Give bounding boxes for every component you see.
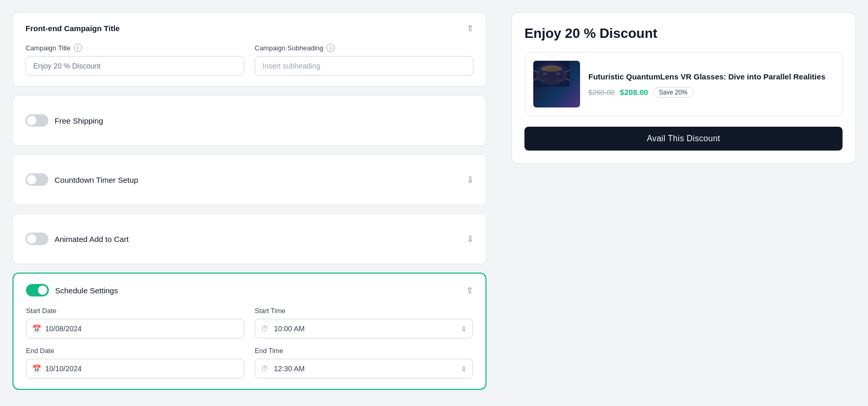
preview-title: Enjoy 20 % Discount xyxy=(524,25,843,42)
clock-icon-start: ⏱ xyxy=(261,324,268,333)
countdown-timer-row: Countdown Timer Setup ⇩ xyxy=(25,165,474,194)
calendar-icon: 📅 xyxy=(32,324,41,333)
animated-cart-toggle[interactable] xyxy=(25,233,48,245)
countdown-timer-left: Countdown Timer Setup xyxy=(25,173,138,186)
svg-point-7 xyxy=(541,65,562,72)
schedule-settings-slider xyxy=(26,284,49,296)
animated-cart-card: Animated Add to Cart ⇩ xyxy=(12,213,486,264)
avail-discount-button[interactable]: Avail This Discount xyxy=(524,127,843,151)
campaign-title-label: Campaign Title i xyxy=(25,44,244,52)
animated-cart-left: Animated Add to Cart xyxy=(25,233,129,245)
start-date-input[interactable] xyxy=(26,319,244,339)
svg-point-6 xyxy=(556,72,560,75)
countdown-timer-expand-icon[interactable]: ⇩ xyxy=(467,175,474,185)
end-time-group: End Time ⏱ 12:30 AM 01:00 AM 02:00 AM ⇩ xyxy=(255,347,473,378)
free-shipping-row: Free Shipping xyxy=(25,106,474,135)
free-shipping-card: Free Shipping xyxy=(12,95,486,146)
price-discounted: $208.00 xyxy=(620,88,648,97)
animated-cart-slider xyxy=(25,233,48,245)
countdown-timer-label: Countdown Timer Setup xyxy=(55,175,138,184)
animated-cart-label: Animated Add to Cart xyxy=(55,235,129,243)
schedule-settings-header: Schedule Settings ⇧ xyxy=(26,284,473,296)
campaign-title-group: Campaign Title i xyxy=(25,44,244,76)
free-shipping-left: Free Shipping xyxy=(25,114,103,127)
start-time-select[interactable]: 10:00 AM 11:00 AM 12:00 PM xyxy=(255,319,473,339)
campaign-form-row: Campaign Title i Campaign Subheading i xyxy=(25,44,474,76)
animated-cart-expand-icon[interactable]: ⇩ xyxy=(467,234,474,244)
campaign-collapse-icon[interactable]: ⇧ xyxy=(467,23,474,33)
campaign-title-info-icon[interactable]: i xyxy=(74,44,82,52)
start-date-group: Start Date 📅 xyxy=(26,307,244,339)
product-image xyxy=(533,61,580,107)
product-name: Futuristic QuantumLens VR Glasses: Dive … xyxy=(588,71,834,82)
campaign-subheading-label: Campaign Subheading i xyxy=(255,44,474,52)
schedule-settings-toggle[interactable] xyxy=(26,284,49,296)
start-time-input-wrapper: ⏱ 10:00 AM 11:00 AM 12:00 PM ⇩ xyxy=(255,319,473,339)
start-time-label: Start Time xyxy=(255,307,473,315)
end-time-label: End Time xyxy=(255,347,473,355)
end-time-select[interactable]: 12:30 AM 01:00 AM 02:00 AM xyxy=(255,359,473,378)
product-info: Futuristic QuantumLens VR Glasses: Dive … xyxy=(588,71,834,98)
svg-point-5 xyxy=(543,72,547,75)
schedule-settings-left: Schedule Settings xyxy=(26,284,118,296)
countdown-timer-card: Countdown Timer Setup ⇩ xyxy=(12,154,486,205)
animated-cart-row: Animated Add to Cart ⇩ xyxy=(25,224,474,253)
free-shipping-label: Free Shipping xyxy=(55,116,103,125)
end-date-group: End Date 📅 xyxy=(26,347,244,378)
end-time-input-wrapper: ⏱ 12:30 AM 01:00 AM 02:00 AM ⇩ xyxy=(255,359,473,378)
right-panel: Enjoy 20 % Discount xyxy=(499,0,868,406)
schedule-date-row: Start Date 📅 Start Time ⏱ 10:00 AM 11:00… xyxy=(26,307,473,339)
schedule-settings-collapse-icon[interactable]: ⇧ xyxy=(466,286,473,295)
preview-card: Enjoy 20 % Discount xyxy=(511,12,856,164)
countdown-timer-slider xyxy=(25,173,48,186)
calendar-end-icon: 📅 xyxy=(32,364,41,373)
free-shipping-toggle[interactable] xyxy=(25,114,48,127)
price-original: $260.00 xyxy=(588,88,615,97)
schedule-settings-label: Schedule Settings xyxy=(55,286,118,295)
start-date-input-wrapper: 📅 xyxy=(26,319,244,339)
schedule-end-row: End Date 📅 End Time ⏱ 12:30 AM 01:00 AM … xyxy=(26,347,473,378)
start-date-label: Start Date xyxy=(26,307,244,315)
end-date-input[interactable] xyxy=(26,359,244,378)
vr-glasses-svg xyxy=(533,61,570,87)
price-row: $260.00 $208.00 Save 20% xyxy=(588,87,834,98)
campaign-title-card: Front-end Campaign Title ⇧ Campaign Titl… xyxy=(12,12,486,87)
clock-icon-end: ⏱ xyxy=(261,364,268,373)
campaign-section-title: Front-end Campaign Title xyxy=(25,24,120,33)
end-date-input-wrapper: 📅 xyxy=(26,359,244,378)
campaign-section-header: Front-end Campaign Title ⇧ xyxy=(25,23,474,33)
start-time-group: Start Time ⏱ 10:00 AM 11:00 AM 12:00 PM … xyxy=(255,307,473,339)
free-shipping-slider xyxy=(25,114,48,127)
end-date-label: End Date xyxy=(26,347,244,355)
campaign-title-input[interactable] xyxy=(25,56,244,76)
save-badge: Save 20% xyxy=(653,87,693,98)
campaign-subheading-info-icon[interactable]: i xyxy=(326,44,335,52)
campaign-subheading-group: Campaign Subheading i xyxy=(255,44,474,76)
schedule-settings-card: Schedule Settings ⇧ Start Date 📅 Start T… xyxy=(12,273,486,390)
countdown-timer-toggle[interactable] xyxy=(25,173,48,186)
product-preview: Futuristic QuantumLens VR Glasses: Dive … xyxy=(524,52,843,116)
campaign-subheading-input[interactable] xyxy=(255,56,474,76)
